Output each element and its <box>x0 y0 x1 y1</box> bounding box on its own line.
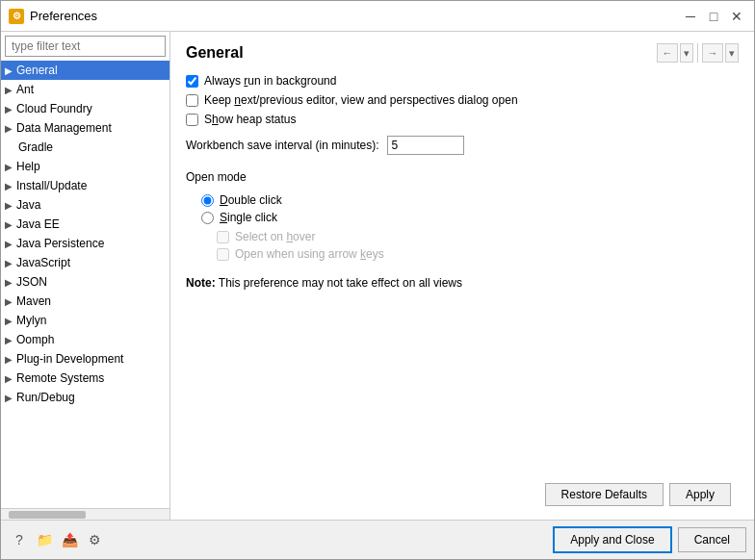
app-icon: ⚙ <box>9 9 24 24</box>
radio-group: Double click Single click <box>186 193 739 224</box>
tree-item-label: Java EE <box>16 217 60 231</box>
right-panel: General ← ▾ → ▾ Always run in background <box>170 32 754 520</box>
tree-arrow-icon: ▶ <box>5 181 13 191</box>
tree-item-cloud-foundry[interactable]: ▶Cloud Foundry <box>1 99 169 118</box>
tree-item-general[interactable]: ▶General <box>1 61 169 80</box>
open-mode-label: Open mode <box>186 170 739 184</box>
single-click-radio[interactable] <box>201 212 214 224</box>
tree-item-json[interactable]: ▶JSON <box>1 272 169 292</box>
show-heap-checkbox[interactable] <box>186 114 198 126</box>
tree-item-gradle[interactable]: Gradle <box>1 138 169 157</box>
forward-dropdown[interactable]: ▾ <box>725 43 739 63</box>
workbench-save-label: Workbench save interval (in minutes): <box>186 139 379 152</box>
nav-buttons: ← ▾ → ▾ <box>657 43 739 63</box>
tree-arrow-icon: ▶ <box>5 296 13 307</box>
tree-item-plug-in-development[interactable]: ▶Plug-in Development <box>1 349 169 369</box>
restore-defaults-button[interactable]: Restore Defaults <box>545 483 664 506</box>
cancel-button[interactable]: Cancel <box>678 527 746 552</box>
tree-arrow-icon: ▶ <box>5 162 13 172</box>
tree-arrow-icon: ▶ <box>5 393 13 403</box>
tree-arrow-icon: ▶ <box>5 277 13 288</box>
tree-item-installupdate[interactable]: ▶Install/Update <box>1 176 169 195</box>
forward-button[interactable]: → <box>702 43 723 63</box>
note-text: Note: This preference may not take effec… <box>186 276 739 290</box>
title-bar-left: ⚙ Preferences <box>9 9 97 24</box>
single-click-label[interactable]: Single click <box>220 211 277 224</box>
tree-item-label: General <box>16 64 58 77</box>
tree-arrow-icon: ▶ <box>5 354 13 365</box>
always-run-label[interactable]: Always run in background <box>204 74 336 88</box>
export-icon[interactable]: 📤 <box>59 529 80 550</box>
window-title: Preferences <box>30 9 97 23</box>
tree-item-label: JSON <box>16 275 47 289</box>
apply-and-close-button[interactable]: Apply and Close <box>553 526 671 553</box>
tree-item-oomph[interactable]: ▶Oomph <box>1 330 169 349</box>
content-area: ▶General▶Ant▶Cloud Foundry▶Data Manageme… <box>1 32 754 520</box>
bottom-left-icons: ? 📁 📤 ⚙ <box>9 529 547 550</box>
tree-item-label: Remote Systems <box>16 371 104 385</box>
help-icon[interactable]: ? <box>9 529 30 550</box>
show-heap-row: Show heap status <box>186 113 739 126</box>
tree-arrow-icon: ▶ <box>5 123 13 134</box>
tree-item-maven[interactable]: ▶Maven <box>1 292 169 311</box>
workbench-save-input[interactable] <box>387 136 464 155</box>
select-hover-label: Select on hover <box>235 230 315 243</box>
settings-icon[interactable]: ⚙ <box>84 529 105 550</box>
final-bar: ? 📁 📤 ⚙ Apply and Close Cancel <box>1 520 754 559</box>
restore-apply-row: Restore Defaults Apply <box>186 477 739 512</box>
maximize-button[interactable]: □ <box>704 7 723 26</box>
show-heap-label[interactable]: Show heap status <box>204 113 296 126</box>
tree-item-remote-systems[interactable]: ▶Remote Systems <box>1 369 169 388</box>
tree-item-rundebug[interactable]: ▶Run/Debug <box>1 388 169 407</box>
filter-input[interactable] <box>5 36 166 57</box>
left-panel: ▶General▶Ant▶Cloud Foundry▶Data Manageme… <box>1 32 170 520</box>
tree-item-label: Install/Update <box>16 179 87 192</box>
note-prefix: Note: <box>186 276 216 290</box>
tree-item-java-ee[interactable]: ▶Java EE <box>1 215 169 234</box>
tree-item-label: Run/Debug <box>16 391 75 404</box>
tree-arrow-icon: ▶ <box>5 85 13 95</box>
tree-item-help[interactable]: ▶Help <box>1 157 169 176</box>
panel-title: General <box>186 44 244 62</box>
nav-separator <box>697 43 698 63</box>
window-controls: ─ □ ✕ <box>681 7 746 26</box>
options-area: Always run in background Keep next/previ… <box>186 74 739 477</box>
always-run-checkbox[interactable] <box>186 75 198 88</box>
tree-item-data-management[interactable]: ▶Data Management <box>1 118 169 138</box>
back-button[interactable]: ← <box>657 43 678 63</box>
title-bar: ⚙ Preferences ─ □ ✕ <box>1 1 754 32</box>
tree-item-label: Java <box>16 198 40 212</box>
tree-arrow-icon: ▶ <box>5 316 13 326</box>
tree-item-javascript[interactable]: ▶JavaScript <box>1 253 169 272</box>
back-dropdown[interactable]: ▾ <box>680 43 693 63</box>
tree-item-label: Gradle <box>18 140 53 154</box>
import-icon[interactable]: 📁 <box>34 529 55 550</box>
open-arrow-row: Open when using arrow keys <box>217 247 739 261</box>
close-button[interactable]: ✕ <box>727 7 746 26</box>
double-click-label[interactable]: Double click <box>220 193 282 207</box>
apply-button[interactable]: Apply <box>669 483 731 506</box>
keep-editor-label[interactable]: Keep next/previous editor, view and pers… <box>204 93 518 107</box>
keep-editor-row: Keep next/previous editor, view and pers… <box>186 93 739 107</box>
select-hover-checkbox[interactable] <box>217 231 229 243</box>
tree-arrow-icon: ▶ <box>5 104 13 115</box>
tree-item-java[interactable]: ▶Java <box>1 195 169 215</box>
minimize-button[interactable]: ─ <box>681 7 700 26</box>
tree-item-label: Cloud Foundry <box>16 102 92 115</box>
tree-item-java-persistence[interactable]: ▶Java Persistence <box>1 234 169 253</box>
tree-item-mylyn[interactable]: ▶Mylyn <box>1 311 169 330</box>
tree-item-ant[interactable]: ▶Ant <box>1 80 169 99</box>
double-click-radio[interactable] <box>201 194 214 207</box>
open-arrow-checkbox[interactable] <box>217 248 229 261</box>
tree-scroll: ▶General▶Ant▶Cloud Foundry▶Data Manageme… <box>1 61 169 508</box>
tree-item-label: Oomph <box>16 333 54 346</box>
sub-options: Select on hover Open when using arrow ke… <box>186 230 739 261</box>
open-arrow-label: Open when using arrow keys <box>235 247 384 261</box>
tree-arrow-icon: ▶ <box>5 219 13 230</box>
keep-editor-checkbox[interactable] <box>186 94 198 107</box>
tree-item-label: Data Management <box>16 121 112 135</box>
panel-header: General ← ▾ → ▾ <box>186 43 739 63</box>
tree-item-label: Mylyn <box>16 314 46 327</box>
horizontal-scrollbar[interactable] <box>1 508 169 520</box>
tree-arrow-icon: ▶ <box>5 373 13 384</box>
